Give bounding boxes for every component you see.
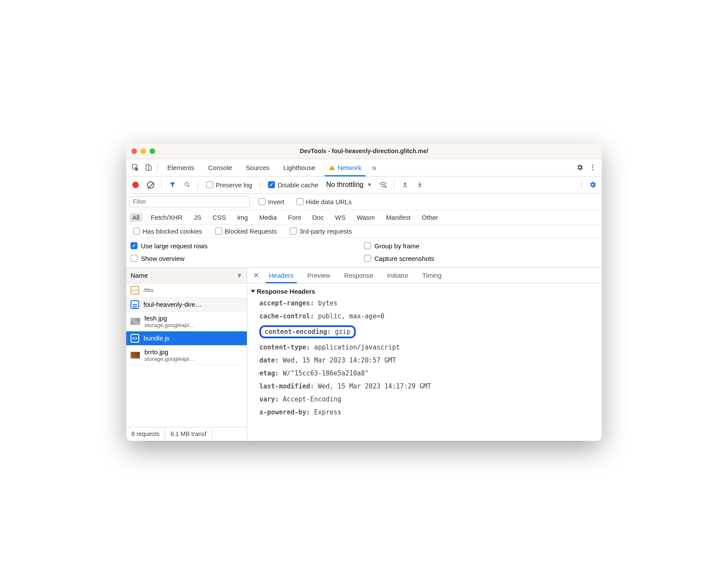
detail-tab-timing[interactable]: Timing <box>415 267 448 283</box>
upload-har-icon[interactable] <box>399 178 412 191</box>
type-img[interactable]: Img <box>234 213 250 222</box>
filter-toggle-icon[interactable] <box>166 178 179 191</box>
group-frame-label: Group by frame <box>374 242 419 250</box>
svg-point-5 <box>592 169 594 170</box>
header-value: gzip <box>335 328 351 336</box>
has-blocked-label: Has blocked cookies <box>143 228 202 235</box>
document-file-icon <box>131 300 139 309</box>
inspect-element-icon[interactable] <box>129 161 142 174</box>
kebab-menu-icon[interactable] <box>586 161 599 174</box>
detail-tab-response[interactable]: Response <box>337 267 380 283</box>
large-rows-checkbox[interactable]: Use large request rows <box>131 242 364 250</box>
has-blocked-cookies-checkbox[interactable]: Has blocked cookies <box>133 228 202 235</box>
group-by-frame-checkbox[interactable]: Group by frame <box>364 242 597 250</box>
svg-point-4 <box>592 167 594 168</box>
checkbox-icon <box>215 228 222 234</box>
hide-data-urls-checkbox[interactable]: Hide data URLs <box>297 198 352 205</box>
type-manifest[interactable]: Manifest <box>383 213 413 222</box>
record-button[interactable] <box>132 182 139 188</box>
traffic-lights <box>131 148 155 154</box>
checkbox-icon <box>133 228 140 234</box>
invert-checkbox[interactable]: Invert <box>259 198 284 205</box>
header-key: accept-ranges: <box>259 299 314 307</box>
main-split: Name ▼ <> /libs foul-heavenly-dire… <box>126 268 602 441</box>
main-tabs: Elements Console Sources Lighthouse Netw… <box>126 159 602 176</box>
tab-network[interactable]: Network <box>322 159 368 176</box>
capture-label: Capture screenshots <box>374 255 434 262</box>
header-line: etag: W/"15cc63-186e5a210a8" <box>247 367 602 380</box>
filter-input[interactable] <box>129 196 250 207</box>
show-overview-checkbox[interactable]: Show overview <box>131 255 364 262</box>
search-icon[interactable] <box>181 178 194 191</box>
detail-tabs: ✕ Headers Preview Response Initiator Tim… <box>247 268 602 283</box>
close-details-button[interactable]: ✕ <box>250 271 262 279</box>
invert-label: Invert <box>268 198 284 205</box>
checkbox-icon <box>259 198 265 205</box>
header-key: etag: <box>259 369 279 377</box>
header-key: content-type: <box>259 343 310 351</box>
network-conditions-icon[interactable] <box>377 178 390 191</box>
divider <box>394 180 394 189</box>
request-row[interactable]: <> /libs <box>126 283 247 298</box>
maximize-window-button[interactable] <box>150 148 155 154</box>
request-row[interactable]: brrto.jpg storage.googleapi… <box>126 346 247 365</box>
type-ws[interactable]: WS <box>332 213 348 222</box>
tab-network-label: Network <box>338 164 361 171</box>
disable-cache-label: Disable cache <box>278 181 318 189</box>
request-row-selected[interactable]: <> bundle.js <box>126 331 247 346</box>
header-line: last-modified: Wed, 15 Mar 2023 14:17:29… <box>247 380 602 393</box>
disable-cache-checkbox[interactable]: Disable cache <box>268 181 318 189</box>
type-doc[interactable]: Doc <box>310 213 326 222</box>
detail-tab-initiator[interactable]: Initiator <box>380 267 415 283</box>
capture-screenshots-checkbox[interactable]: Capture screenshots <box>364 255 597 262</box>
type-other[interactable]: Other <box>419 213 441 222</box>
request-row[interactable]: foul-heavenly-dire… <box>126 298 247 312</box>
minimize-window-button[interactable] <box>140 148 146 154</box>
header-value: application/javascript <box>314 343 400 351</box>
header-key: content-encoding: <box>265 328 331 336</box>
checkbox-icon <box>364 242 371 249</box>
detail-tab-headers[interactable]: Headers <box>262 267 300 283</box>
type-font[interactable]: Font <box>285 213 303 222</box>
type-js[interactable]: JS <box>191 213 204 222</box>
request-row[interactable]: fesh.jpg storage.googleapi… <box>126 312 247 331</box>
resource-type-filter: All Fetch/XHR JS CSS Img Media Font Doc … <box>126 210 602 225</box>
detail-tab-preview[interactable]: Preview <box>300 267 337 283</box>
name-column-header[interactable]: Name ▼ <box>126 268 247 283</box>
tab-elements[interactable]: Elements <box>160 159 201 176</box>
type-wasm[interactable]: Wasm <box>354 213 377 222</box>
js-file-icon: <> <box>131 286 139 295</box>
download-har-icon[interactable] <box>413 178 426 191</box>
type-media[interactable]: Media <box>256 213 279 222</box>
device-toggle-icon[interactable] <box>142 161 155 174</box>
divider <box>260 180 260 189</box>
request-list-panel: Name ▼ <> /libs foul-heavenly-dire… <box>126 268 247 441</box>
js-file-icon: <> <box>131 334 139 343</box>
large-rows-label: Use large request rows <box>141 242 208 250</box>
network-settings-gear-icon[interactable] <box>586 178 599 191</box>
settings-gear-icon[interactable] <box>573 161 586 174</box>
extra-filters-row: Has blocked cookies Blocked Requests 3rd… <box>126 225 602 238</box>
request-path: storage.googleapi… <box>144 356 195 362</box>
type-all[interactable]: All <box>130 213 142 222</box>
filter-row: Invert Hide data URLs <box>126 194 602 210</box>
checkbox-icon <box>297 198 303 205</box>
request-details-panel: ✕ Headers Preview Response Initiator Tim… <box>247 268 602 441</box>
close-window-button[interactable] <box>131 148 137 154</box>
throttling-select[interactable]: No throttling ▼ <box>326 181 372 189</box>
checkbox-icon <box>268 181 275 188</box>
response-headers-section[interactable]: Response Headers <box>247 286 602 297</box>
more-tabs-button[interactable]: » <box>368 163 380 173</box>
tab-console[interactable]: Console <box>201 159 239 176</box>
third-party-checkbox[interactable]: 3rd-party requests <box>290 228 352 235</box>
show-overview-label: Show overview <box>141 255 185 262</box>
tab-lighthouse[interactable]: Lighthouse <box>277 159 322 176</box>
clear-button[interactable] <box>144 178 157 191</box>
checkbox-icon <box>131 242 137 249</box>
highlight-box: content-encoding: gzip <box>259 325 356 338</box>
preserve-log-checkbox[interactable]: Preserve log <box>206 181 252 189</box>
blocked-requests-checkbox[interactable]: Blocked Requests <box>215 228 277 235</box>
type-css[interactable]: CSS <box>210 213 229 222</box>
tab-sources[interactable]: Sources <box>239 159 277 176</box>
type-fetch-xhr[interactable]: Fetch/XHR <box>148 213 185 222</box>
